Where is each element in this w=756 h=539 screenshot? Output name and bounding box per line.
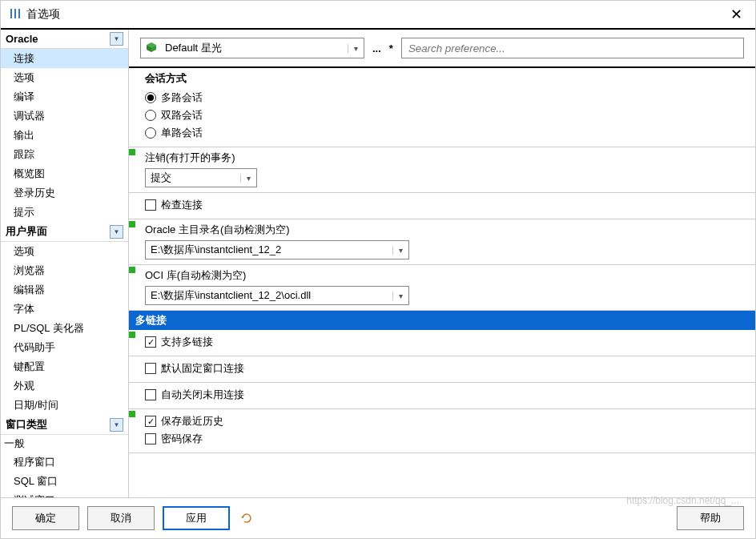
radio-icon	[145, 92, 156, 103]
toolbar: Default 星光 ▾ ... *	[129, 30, 755, 66]
check-connection-checkbox[interactable]: 检查连接	[145, 196, 749, 214]
checkbox-icon	[145, 433, 156, 444]
sidebar: Oracle ▼ 连接 选项 编译 调试器 输出 跟踪 概览图 登录历史 提示 …	[1, 30, 129, 497]
profile-select[interactable]: Default 星光 ▾	[140, 38, 364, 58]
default-fixed-checkbox[interactable]: 默认固定窗口连接	[145, 360, 749, 377]
window-title: 首选项	[26, 7, 726, 22]
tree-item[interactable]: PL/SQL 美化器	[1, 319, 128, 338]
tree-group-label: Oracle	[6, 33, 38, 45]
tree-item[interactable]: SQL 窗口	[1, 472, 128, 491]
select-value: E:\数据库\instantclient_12_2	[146, 243, 392, 257]
svg-rect-2	[18, 9, 20, 18]
auto-close-checkbox[interactable]: 自动关闭未用连接	[145, 386, 749, 404]
section-title: 注销(有打开的事务)	[145, 151, 749, 165]
tree-group-ui[interactable]: 用户界面 ▼	[1, 222, 128, 242]
radio-option[interactable]: 双路会话	[145, 107, 749, 124]
tree-item[interactable]: 提示	[1, 203, 128, 222]
apply-button[interactable]: 应用	[163, 506, 230, 530]
checkbox-label: 默认固定窗口连接	[161, 360, 244, 377]
checkbox-icon	[145, 389, 156, 400]
tree-item[interactable]: 输出	[1, 126, 128, 145]
save-password-checkbox[interactable]: 密码保存	[145, 430, 749, 448]
tree-group-general[interactable]: 一般	[1, 435, 128, 453]
cube-icon	[146, 42, 157, 55]
chevron-down-icon[interactable]: ▾	[240, 174, 256, 183]
checkbox-label: 密码保存	[161, 430, 203, 448]
svg-rect-0	[10, 9, 12, 18]
section-marker-modified	[129, 332, 135, 338]
save-recent-checkbox[interactable]: ✓保存最近历史	[145, 412, 749, 430]
content-area: 会话方式 多路会话 双路会话 单路会话 注销(有打开的事务) 提交 ▾	[129, 66, 755, 497]
tree-group-window-type[interactable]: 窗口类型 ▼	[1, 415, 128, 435]
close-button[interactable]: ✕	[726, 6, 747, 23]
watermark: https://blog.csdn.net/qq_...	[626, 495, 739, 506]
tree-item[interactable]: 编译	[1, 87, 128, 107]
svg-rect-1	[14, 9, 16, 18]
radio-option[interactable]: 单路会话	[145, 124, 749, 142]
radio-option[interactable]: 多路会话	[145, 89, 749, 107]
tree-item[interactable]: 代码助手	[1, 338, 128, 357]
profile-value: Default 星光	[162, 41, 348, 55]
chevron-down-icon[interactable]: ▼	[110, 418, 123, 432]
section-title: Oracle 主目录名(自动检测为空)	[145, 223, 749, 237]
chevron-down-icon[interactable]: ▾	[392, 246, 408, 255]
tree-item-connection[interactable]: 连接	[1, 49, 128, 68]
more-button[interactable]: ...	[372, 42, 381, 54]
cancel-button[interactable]: 取消	[87, 506, 155, 530]
logoff-select[interactable]: 提交 ▾	[145, 168, 257, 187]
section-marker-modified	[129, 221, 135, 227]
checkbox-label: 保存最近历史	[161, 412, 223, 430]
ok-button[interactable]: 确定	[12, 506, 79, 530]
oci-lib-select[interactable]: E:\数据库\instantclient_12_2\oci.dll ▾	[145, 286, 409, 305]
checkbox-icon: ✓	[145, 416, 156, 427]
app-icon	[9, 7, 22, 22]
section-marker	[129, 70, 135, 76]
tree-item[interactable]: 选项	[1, 68, 128, 87]
tree-item[interactable]: 调试器	[1, 107, 128, 126]
oracle-home-select[interactable]: E:\数据库\instantclient_12_2 ▾	[145, 240, 409, 259]
checkbox-icon	[145, 199, 156, 211]
section-title: 会话方式	[145, 71, 749, 86]
section-marker-modified	[129, 267, 135, 273]
help-button[interactable]: 帮助	[677, 506, 744, 530]
tree-item[interactable]: 外观	[1, 376, 128, 396]
tree-item[interactable]: 选项	[1, 242, 128, 261]
modified-indicator: *	[389, 42, 393, 54]
select-value: E:\数据库\instantclient_12_2\oci.dll	[146, 288, 392, 303]
chevron-down-icon[interactable]: ▼	[110, 32, 123, 46]
tree-item[interactable]: 日期/时间	[1, 396, 128, 415]
chevron-down-icon[interactable]: ▾	[348, 44, 364, 53]
radio-icon	[145, 110, 156, 121]
title-bar: 首选项 ✕	[1, 1, 755, 30]
section-title: OCI 库(自动检测为空)	[145, 268, 749, 283]
checkbox-icon	[145, 363, 156, 374]
chevron-down-icon[interactable]: ▼	[110, 225, 123, 239]
checkbox-label: 支持多链接	[161, 333, 213, 351]
tree-item[interactable]: 浏览器	[1, 261, 128, 280]
radio-label: 双路会话	[161, 107, 203, 124]
radio-label: 单路会话	[161, 124, 203, 142]
tree-item[interactable]: 编辑器	[1, 280, 128, 300]
tree-item[interactable]: 登录历史	[1, 183, 128, 203]
tree-item[interactable]: 跟踪	[1, 145, 128, 164]
radio-label: 多路会话	[161, 89, 203, 107]
checkbox-icon: ✓	[145, 336, 156, 348]
section-marker-modified	[129, 149, 135, 155]
tree-item[interactable]: 测试窗口	[1, 491, 128, 497]
reset-icon[interactable]	[238, 509, 255, 527]
footer: 确定 取消 应用 帮助 https://blog.csdn.net/qq_...	[1, 497, 755, 538]
checkbox-label: 检查连接	[161, 196, 203, 214]
section-marker-modified	[129, 411, 135, 417]
support-multi-checkbox[interactable]: ✓支持多链接	[145, 333, 749, 351]
search-input[interactable]	[401, 38, 744, 58]
tree-group-oracle[interactable]: Oracle ▼	[1, 30, 128, 49]
multi-connection-header: 多链接	[129, 311, 755, 330]
tree-item[interactable]: 字体	[1, 300, 128, 319]
radio-icon	[145, 127, 156, 139]
chevron-down-icon[interactable]: ▾	[392, 292, 408, 300]
tree-group-label: 用户界面	[6, 224, 47, 239]
tree-item[interactable]: 概览图	[1, 164, 128, 183]
tree-item[interactable]: 键配置	[1, 357, 128, 376]
select-value: 提交	[146, 171, 240, 185]
tree-item[interactable]: 程序窗口	[1, 453, 128, 472]
